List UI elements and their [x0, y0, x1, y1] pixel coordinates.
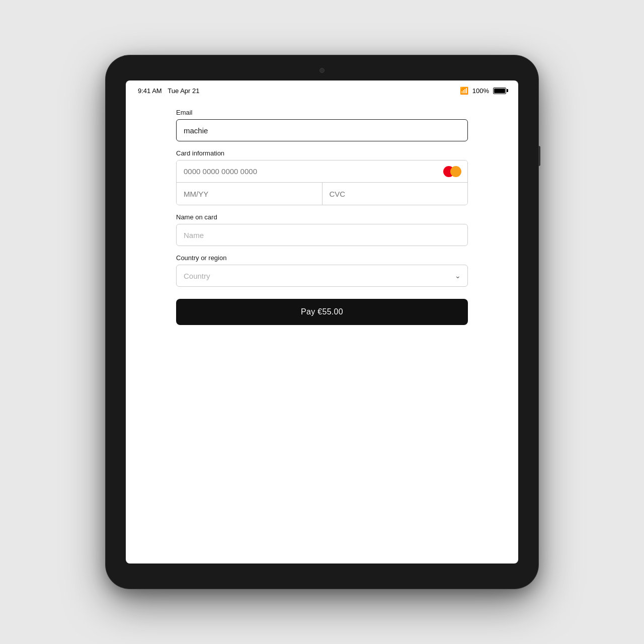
card-info-group: Card information: [176, 149, 468, 205]
card-number-input[interactable]: [177, 160, 467, 183]
expiry-input[interactable]: [177, 183, 323, 205]
country-group: Country or region Country United States …: [176, 254, 468, 287]
battery-percent: 100%: [472, 87, 489, 95]
mc-circle-right: [450, 166, 461, 177]
ipad-screen: 9:41 AM Tue Apr 21 📶 100% Email: [126, 80, 518, 564]
scene: 9:41 AM Tue Apr 21 📶 100% Email: [96, 45, 548, 599]
mastercard-icon: [443, 166, 461, 177]
status-left: 9:41 AM Tue Apr 21: [138, 87, 199, 95]
card-info-label: Card information: [176, 149, 468, 157]
country-select[interactable]: Country United States United Kingdom Ger…: [176, 265, 468, 287]
name-input[interactable]: [176, 224, 468, 246]
battery-fill: [494, 89, 505, 93]
battery-icon: [493, 88, 506, 94]
ipad-camera: [319, 68, 325, 73]
card-group-wrapper: [176, 160, 468, 205]
wifi-icon: 📶: [460, 87, 468, 95]
email-label: Email: [176, 109, 468, 116]
email-group: Email: [176, 109, 468, 141]
status-right: 📶 100%: [460, 87, 506, 95]
name-group: Name on card: [176, 213, 468, 246]
date-display: Tue Apr 21: [168, 87, 199, 95]
email-input[interactable]: [176, 119, 468, 141]
payment-form: Email Card information: [126, 99, 518, 345]
cvc-input[interactable]: [323, 183, 468, 205]
country-select-wrapper: Country United States United Kingdom Ger…: [176, 265, 468, 287]
country-label: Country or region: [176, 254, 468, 262]
ipad-frame: 9:41 AM Tue Apr 21 📶 100% Email: [106, 55, 538, 589]
ipad-side-button: [538, 146, 540, 166]
status-bar: 9:41 AM Tue Apr 21 📶 100%: [126, 80, 518, 99]
card-number-row: [177, 160, 467, 183]
name-label: Name on card: [176, 213, 468, 221]
pay-button[interactable]: Pay €55.00: [176, 299, 468, 325]
card-expiry-cvc-row: [177, 183, 467, 205]
time-display: 9:41 AM: [138, 87, 162, 95]
